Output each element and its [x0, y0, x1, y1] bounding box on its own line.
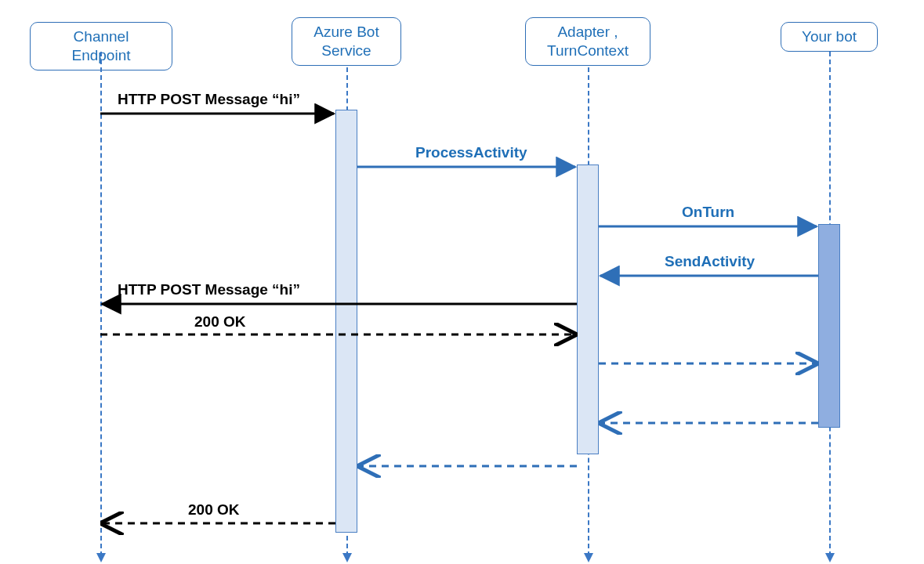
label-200-ok-2: 200 OK [188, 501, 239, 519]
lifeline-arrow-icon [825, 553, 835, 562]
participant-adapter-turncontext: Adapter ,TurnContext [525, 17, 650, 66]
lifeline-arrow-icon [342, 553, 352, 562]
participant-label: Adapter ,TurnContext [547, 24, 629, 59]
participant-your-bot: Your bot [781, 22, 878, 52]
label-onturn: OnTurn [682, 204, 734, 221]
participant-label: Azure BotService [313, 24, 379, 59]
activation-bot [818, 224, 840, 428]
activation-adapter [577, 164, 599, 454]
lifeline-channel [100, 52, 102, 556]
lifeline-arrow-icon [584, 553, 593, 562]
label-200-ok-1: 200 OK [194, 313, 245, 331]
label-processactivity: ProcessActivity [415, 144, 527, 161]
participant-label: Your bot [802, 28, 857, 45]
label-sendactivity: SendActivity [665, 253, 755, 270]
lifeline-arrow-icon [96, 553, 106, 562]
activation-azure [335, 110, 357, 533]
label-http-post-hi-out: HTTP POST Message “hi” [118, 281, 300, 298]
participant-azure-bot-service: Azure BotService [292, 17, 401, 66]
label-http-post-hi-in: HTTP POST Message “hi” [118, 91, 300, 108]
